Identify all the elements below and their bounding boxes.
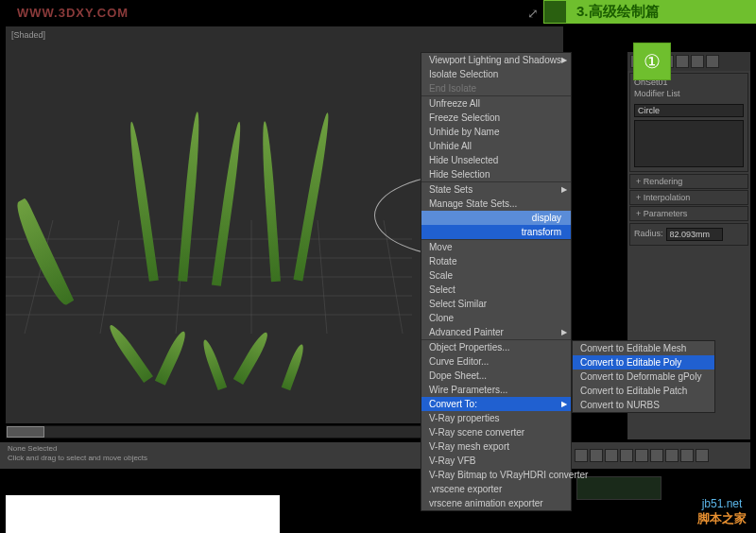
menu-item[interactable]: Unhide All	[421, 139, 571, 153]
play-button[interactable]	[605, 449, 618, 462]
site-url: jb51.net	[697, 497, 747, 510]
menu-item[interactable]: Unfreeze All	[421, 95, 571, 111]
prev-frame-button[interactable]	[590, 449, 603, 462]
zoom-button[interactable]	[650, 449, 663, 462]
utilities-tab[interactable]	[706, 55, 719, 68]
site-name: 脚本之家	[697, 510, 747, 527]
menu-item[interactable]: V-Ray mesh export	[421, 439, 571, 454]
modifier-list-label: Modifier List	[634, 89, 744, 98]
quad-menu: Viewport Lighting and Shadows▶Isolate Se…	[421, 52, 572, 511]
step-badge: ①	[633, 43, 671, 80]
grass-blade[interactable]	[200, 338, 227, 390]
menu-item[interactable]: V-Ray scene converter	[421, 425, 571, 439]
pan-button[interactable]	[665, 449, 679, 462]
menu-item[interactable]: V-Ray Bitmap to VRayHDRI converter	[421, 468, 571, 482]
menu-item[interactable]: Hide Unselected	[421, 153, 571, 167]
menu-item[interactable]: vrscene animation exporter	[421, 496, 571, 510]
menu-item[interactable]: transform	[421, 225, 571, 239]
menu-item[interactable]: Manage State Sets...	[421, 197, 571, 211]
submenu-item[interactable]: Convert to Editable Mesh	[573, 341, 714, 355]
menu-item[interactable]: V-Ray properties	[421, 411, 571, 425]
menu-item[interactable]: Object Properties...	[421, 339, 571, 354]
menu-item[interactable]: display	[421, 211, 571, 225]
grass-blade[interactable]	[155, 329, 189, 385]
rollout-rendering[interactable]: Rendering	[629, 174, 748, 189]
motion-tab[interactable]	[676, 55, 689, 68]
menu-item[interactable]: Freeze Selection	[421, 111, 571, 125]
rollout-parameters[interactable]: Parameters	[629, 206, 748, 221]
grass-blade[interactable]	[233, 330, 271, 385]
menu-item[interactable]: Hide Selection	[421, 167, 571, 181]
grass-blade[interactable]	[282, 343, 306, 390]
modifier-stack[interactable]	[634, 120, 744, 167]
submenu-item[interactable]: Convert to Editable Poly	[573, 355, 714, 370]
radius-label: Radius:	[634, 229, 663, 238]
menu-item[interactable]: V-Ray VFB	[421, 454, 571, 468]
menu-item[interactable]: Viewport Lighting and Shadows▶	[421, 53, 571, 67]
menu-item[interactable]: Convert To:▶	[421, 397, 571, 411]
submenu-item[interactable]: Convert to Editable Patch	[573, 384, 714, 398]
display-tab[interactable]	[691, 55, 704, 68]
maximize-button[interactable]	[696, 449, 709, 462]
reference-thumbnail	[576, 476, 662, 500]
bottom-blank-panel	[6, 495, 280, 533]
goto-start-button[interactable]	[575, 449, 588, 462]
time-slider[interactable]	[7, 426, 44, 438]
radius-input[interactable]	[666, 228, 723, 241]
menu-item[interactable]: State Sets▶	[421, 181, 571, 197]
menu-item[interactable]: Scale	[421, 268, 571, 283]
material-thumbnail[interactable]	[543, 0, 567, 24]
menu-item[interactable]: .vrscene exporter	[421, 482, 571, 496]
menu-item[interactable]: Move	[421, 239, 571, 254]
submenu-item[interactable]: Convert to NURBS	[573, 398, 714, 412]
animation-controls	[571, 442, 750, 469]
menu-item[interactable]: Curve Editor...	[421, 354, 571, 369]
next-frame-button[interactable]	[620, 449, 633, 462]
tutorial-title: 3.高级绘制篇	[576, 3, 660, 21]
watermark-text: WWW.3DXY.COM	[17, 6, 129, 20]
submenu-item[interactable]: Convert to Deformable gPoly	[573, 370, 714, 384]
menu-item[interactable]: Dope Sheet...	[421, 369, 571, 383]
rollout-interpolation[interactable]: Interpolation	[629, 190, 748, 205]
menu-item[interactable]: Advanced Painter▶	[421, 325, 571, 339]
menu-item[interactable]: Select Similar	[421, 297, 571, 311]
orbit-button[interactable]	[680, 449, 694, 462]
menu-item[interactable]: Clone	[421, 311, 571, 325]
goto-end-button[interactable]	[635, 449, 648, 462]
tutorial-header: 3.高级绘制篇	[567, 0, 756, 24]
menu-item[interactable]: Select	[421, 283, 571, 297]
menu-item[interactable]: Isolate Selection	[421, 67, 571, 81]
menu-item[interactable]: Rotate	[421, 254, 571, 268]
expand-icon[interactable]: ⤢	[527, 6, 539, 21]
menu-item[interactable]: Wire Parameters...	[421, 383, 571, 397]
convert-submenu: Convert to Editable MeshConvert to Edita…	[572, 340, 715, 413]
menu-item: End Isolate	[421, 81, 571, 95]
viewport-shading-label[interactable]: [Shaded]	[11, 30, 45, 40]
viewport-grid	[6, 220, 412, 334]
menu-item[interactable]: Unhide by Name	[421, 125, 571, 139]
modifier-list-dropdown[interactable]	[634, 104, 744, 117]
site-logo: jb51.net 脚本之家	[697, 497, 747, 527]
